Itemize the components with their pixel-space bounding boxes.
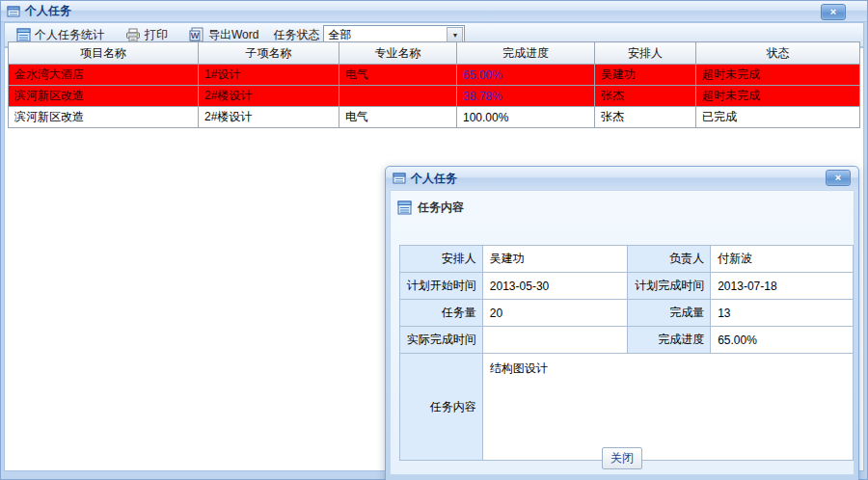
- quantity-label: 任务量: [400, 300, 483, 327]
- cell-progress: 65.00%: [457, 65, 595, 86]
- tasks-table-header: 项目名称 子项名称 专业名称 完成进度 安排人 状态: [9, 42, 860, 65]
- task-content-value: 结构图设计: [482, 354, 853, 461]
- plan-start-value: 2013-05-30: [482, 273, 628, 300]
- task-content-icon: [397, 200, 412, 215]
- window-titlebar: 个人任务 ×: [1, 1, 867, 22]
- progress-value: 65.00%: [711, 327, 854, 354]
- col-status: 状态: [696, 42, 860, 65]
- task-content-section-header: 任务内容: [391, 191, 854, 224]
- print-label: 打印: [145, 27, 168, 43]
- col-major: 专业名称: [339, 42, 457, 65]
- task-stats-label: 个人任务统计: [35, 27, 104, 43]
- window-title: 个人任务: [25, 3, 71, 19]
- window-icon: [7, 5, 20, 18]
- cell-sub-item: 1#设计: [199, 65, 339, 86]
- plan-end-label: 计划完成时间: [628, 273, 711, 300]
- plan-end-value: 2013-07-18: [711, 273, 854, 300]
- detail-row: 实际完成时间 完成进度 65.00%: [400, 327, 854, 354]
- actual-end-value: [482, 327, 628, 354]
- col-sub-item: 子项名称: [199, 42, 339, 65]
- dialog-icon: [393, 172, 406, 185]
- cell-status: 超时未完成: [696, 65, 860, 86]
- printer-icon: [125, 28, 141, 42]
- task-row[interactable]: 滨河新区改造 2#楼设计 38.78% 张杰 超时未完成: [9, 86, 860, 107]
- dialog-titlebar: 个人任务 ×: [386, 167, 858, 190]
- task-content-label: 任务内容: [400, 354, 483, 461]
- col-assigner: 安排人: [595, 42, 696, 65]
- cell-project: 金水湾大酒店: [9, 65, 199, 86]
- cell-assigner: 吴建功: [595, 65, 696, 86]
- task-row[interactable]: 滨河新区改造 2#楼设计 电气 100.00% 张杰 已完成: [9, 107, 860, 128]
- cell-progress: 100.00%: [457, 107, 595, 128]
- owner-label: 负责人: [628, 246, 711, 273]
- owner-value: 付新波: [711, 246, 854, 273]
- done-value: 13: [711, 300, 854, 327]
- quantity-value: 20: [482, 300, 628, 327]
- close-button[interactable]: 关闭: [602, 447, 642, 469]
- cell-major: 电气: [339, 65, 457, 86]
- cell-assigner: 张杰: [595, 107, 696, 128]
- detail-row: 安排人 吴建功 负责人 付新波: [400, 246, 854, 273]
- window-close-button[interactable]: ×: [821, 4, 846, 20]
- progress-label: 完成进度: [628, 327, 711, 354]
- cell-sub-item: 2#楼设计: [199, 107, 339, 128]
- cell-assigner: 张杰: [595, 86, 696, 107]
- task-status-label: 任务状态: [273, 27, 319, 43]
- task-detail-table: 安排人 吴建功 负责人 付新波 计划开始时间 2013-05-30 计划完成时间…: [399, 245, 854, 461]
- task-stats-icon: [16, 28, 31, 42]
- cell-project: 滨河新区改造: [9, 107, 199, 128]
- tasks-table: 项目名称 子项名称 专业名称 完成进度 安排人 状态 金水湾大酒店 1#设计 电…: [8, 41, 860, 128]
- dialog-body: 任务内容 安排人 吴建功 负责人 付新波 计划开始时间 2013-05-30 计…: [390, 190, 854, 475]
- cell-sub-item: 2#楼设计: [199, 86, 339, 107]
- cell-major: 电气: [339, 107, 457, 128]
- assigner-value: 吴建功: [482, 246, 628, 273]
- svg-text:W: W: [191, 31, 200, 40]
- cell-major: [339, 86, 457, 107]
- export-word-label: 导出Word: [208, 27, 258, 43]
- task-row[interactable]: 金水湾大酒店 1#设计 电气 65.00% 吴建功 超时未完成: [9, 65, 860, 86]
- task-status-value: 全部: [328, 27, 351, 43]
- task-detail-dialog: 个人任务 × 任务内容 安排人 吴建功 负责人 付新波 计划开始时间: [385, 166, 859, 480]
- detail-row: 任务量 20 完成量 13: [400, 300, 854, 327]
- detail-row: 计划开始时间 2013-05-30 计划完成时间 2013-07-18: [400, 273, 854, 300]
- detail-row: 任务内容 结构图设计: [400, 354, 854, 461]
- col-project: 项目名称: [9, 42, 199, 65]
- plan-start-label: 计划开始时间: [400, 273, 483, 300]
- dropdown-arrow-icon[interactable]: ▼: [447, 27, 463, 42]
- personal-tasks-window: 个人任务 × 个人任务统计 打印 W 导出Word 任务状态 全部 ▼: [0, 0, 868, 480]
- task-content-section-label: 任务内容: [418, 200, 464, 216]
- col-progress: 完成进度: [457, 42, 595, 65]
- cell-status: 超时未完成: [696, 86, 860, 107]
- dialog-title: 个人任务: [411, 171, 457, 187]
- actual-end-label: 实际完成时间: [400, 327, 483, 354]
- cell-status: 已完成: [696, 107, 860, 128]
- done-label: 完成量: [628, 300, 711, 327]
- word-doc-icon: W: [189, 27, 204, 42]
- cell-progress: 38.78%: [457, 86, 595, 107]
- dialog-button-row: 关闭: [391, 447, 854, 469]
- assigner-label: 安排人: [400, 246, 483, 273]
- dialog-close-button[interactable]: ×: [826, 170, 851, 186]
- cell-project: 滨河新区改造: [9, 86, 199, 107]
